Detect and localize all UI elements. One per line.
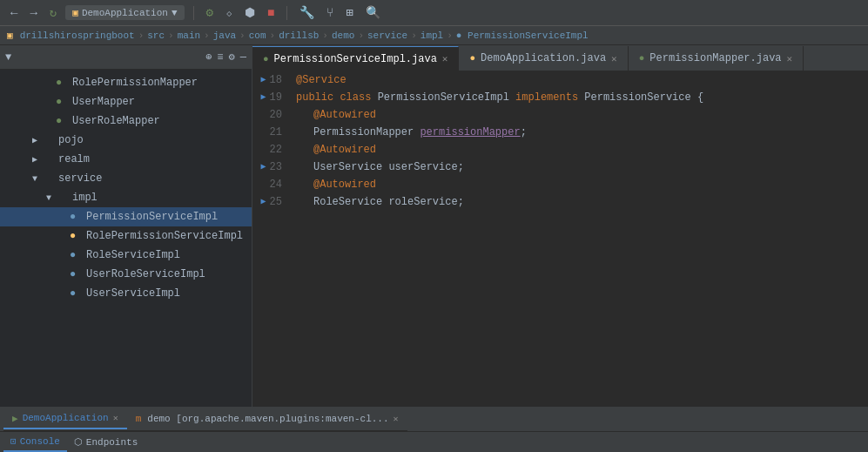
breadcrumb-service[interactable]: service xyxy=(367,30,407,41)
sidebar-item-roleserviceimpl[interactable]: ● RoleServiceImpl xyxy=(0,246,252,265)
sidebar-settings-button[interactable]: ⚙ xyxy=(229,51,235,64)
tab-permissionserviceimpl[interactable]: ● PermissionServiceImpl.java ✕ xyxy=(252,46,459,71)
breadcrumb-drillsb[interactable]: drillsb xyxy=(279,30,319,41)
tree-item-label: RolePermissionServiceImpl xyxy=(86,230,243,242)
tree-item-label: impl xyxy=(72,192,98,204)
run-tab-close[interactable]: ✕ xyxy=(113,413,118,423)
sidebar-collapse-button[interactable]: — xyxy=(240,51,246,64)
bottom-panel: ▶ DemoApplication ✕ m demo [org.apache.m… xyxy=(0,407,868,452)
sidebar-add-button[interactable]: ⊕ xyxy=(205,51,212,64)
class-icon: ● xyxy=(56,115,70,127)
tree-item-label: UserMapper xyxy=(72,96,135,108)
code-content[interactable]: @Service public class PermissionServiceI… xyxy=(289,71,868,407)
tab-close-button[interactable]: ✕ xyxy=(611,53,617,64)
sidebar-item-userroleserviceimpl[interactable]: ● UserRoleServiceImpl xyxy=(0,265,252,284)
sidebar-item-usermapper[interactable]: ● UserMapper xyxy=(0,92,252,111)
sidebar-item-pojo[interactable]: ▶ pojo xyxy=(0,131,252,150)
tree-item-label: UserRoleServiceImpl xyxy=(86,268,205,280)
tab-close-button[interactable]: ✕ xyxy=(442,53,448,64)
line-num-22: 22 xyxy=(252,141,282,159)
breadcrumb-project[interactable]: drillshirospringboot xyxy=(20,30,135,41)
vcs-button[interactable]: ⑂ xyxy=(323,4,337,22)
code-line-25: RoleService roleService ; xyxy=(296,193,861,211)
tab-icon: ● xyxy=(263,54,269,64)
sidebar-item-realm[interactable]: ▶ realm xyxy=(0,150,252,169)
run-icon: ▶ xyxy=(12,413,18,424)
code-line-23: UserService userService ; xyxy=(296,159,861,176)
sidebar-item-userrolemapper[interactable]: ● UserRoleMapper xyxy=(0,111,252,131)
project-name-label: DemoApplication xyxy=(82,8,168,18)
console-icon: ⊡ xyxy=(10,435,17,447)
run-tab-maven[interactable]: m demo [org.apache.maven.plugins:maven-c… xyxy=(127,408,407,429)
sidebar-item-userserviceimpl[interactable]: ● UserServiceImpl xyxy=(0,284,252,303)
build-button[interactable]: ⚙ xyxy=(203,3,217,22)
breadcrumb-main[interactable]: main xyxy=(178,30,200,41)
sidebar-equals-button[interactable]: ≡ xyxy=(217,51,223,64)
tab-icon: ● xyxy=(469,53,475,64)
line-num-23: ▶ 23 xyxy=(252,159,282,176)
sidebar-toolbar: ▼ ⊕ ≡ ⚙ — xyxy=(0,45,252,70)
panel-sub-tabs: ⊡ Console ⬡ Endpoints xyxy=(0,432,868,452)
breadcrumb-class[interactable]: ● PermissionServiceImpl xyxy=(456,30,589,41)
forward-button[interactable]: → xyxy=(26,4,40,22)
stop-button[interactable]: ■ xyxy=(264,4,278,22)
editor-area: ● PermissionServiceImpl.java ✕ ● DemoApp… xyxy=(252,45,868,407)
run-tab-label: DemoApplication xyxy=(23,413,109,423)
tree-item-label: RolePermissionMapper xyxy=(72,77,198,89)
sync-button[interactable]: ⬦ xyxy=(222,4,236,22)
layout-button[interactable]: ⊞ xyxy=(342,3,356,22)
main-layout: ▼ ⊕ ≡ ⚙ — ● RolePermissionMapper ● xyxy=(0,45,868,407)
line-numbers: ▶ 18 ▶ 19 20 21 22 ▶ 23 24 ▶ 25 xyxy=(252,71,289,407)
breadcrumb-com[interactable]: com xyxy=(249,30,266,41)
tree-item-label: RoleServiceImpl xyxy=(86,249,180,261)
sidebar-item-rolepermissionmapper[interactable]: ● RolePermissionMapper xyxy=(0,73,252,92)
sidebar-item-rolepermissionserviceimpl[interactable]: ● RolePermissionServiceImpl xyxy=(0,226,252,246)
sidebar: ▼ ⊕ ≡ ⚙ — ● RolePermissionMapper ● xyxy=(0,45,252,407)
tree-arrow-collapsed: ▶ xyxy=(28,135,42,145)
tree-item-label: service xyxy=(58,172,102,185)
breadcrumb-java[interactable]: java xyxy=(213,30,236,41)
class-icon: ● xyxy=(70,211,84,223)
run-tab-demoapplication[interactable]: ▶ DemoApplication ✕ xyxy=(3,408,127,429)
breakpoint-arrow: ▶ xyxy=(261,159,266,176)
sub-tab-endpoints[interactable]: ⬡ Endpoints xyxy=(67,433,145,452)
search-button[interactable]: 🔍 xyxy=(362,3,384,22)
code-line-18: @Service xyxy=(296,71,861,89)
tab-close-button[interactable]: ✕ xyxy=(787,53,793,64)
breadcrumb: ▣ drillshirospringboot › src › main › ja… xyxy=(0,26,868,45)
class-icon: ● xyxy=(70,287,84,300)
breadcrumb-demo[interactable]: demo xyxy=(332,30,354,41)
sidebar-item-impl[interactable]: ▼ impl xyxy=(0,188,252,207)
code-line-22: @Autowired xyxy=(296,141,861,159)
top-toolbar: ← → ↻ ▣ DemoApplication ▼ ⚙ ⬦ ⬢ ■ 🔧 ⑂ ⊞ … xyxy=(0,0,868,26)
tree-item-label: PermissionServiceImpl xyxy=(86,211,218,223)
class-icon: ● xyxy=(56,96,70,108)
breakpoint-arrow: ▶ xyxy=(261,71,266,89)
run-tab-close[interactable]: ✕ xyxy=(394,414,399,424)
class-icon: ● xyxy=(70,230,84,242)
breadcrumb-src[interactable]: src xyxy=(147,30,165,41)
run-configs-button[interactable]: ⬢ xyxy=(241,3,259,22)
editor-tabs: ● PermissionServiceImpl.java ✕ ● DemoApp… xyxy=(252,45,868,71)
tree-arrow-collapsed: ▶ xyxy=(28,154,42,165)
line-num-24: 24 xyxy=(252,176,282,193)
back-button[interactable]: ← xyxy=(7,4,21,22)
breadcrumb-impl[interactable]: impl xyxy=(421,30,443,41)
sidebar-dropdown[interactable]: ▼ xyxy=(5,51,11,64)
sidebar-item-permissionserviceimpl[interactable]: ● PermissionServiceImpl xyxy=(0,207,252,226)
sidebar-item-service[interactable]: ▼ service xyxy=(0,169,252,188)
sub-tab-console[interactable]: ⊡ Console xyxy=(3,433,67,452)
refresh-button[interactable]: ↻ xyxy=(46,3,60,22)
breakpoint-arrow: ▶ xyxy=(261,193,266,211)
tools-button[interactable]: 🔧 xyxy=(296,3,318,22)
class-icon: ● xyxy=(70,249,84,261)
tab-label: PermissionServiceImpl.java xyxy=(274,53,437,65)
tree-item-label: realm xyxy=(58,153,90,165)
code-editor[interactable]: ▶ 18 ▶ 19 20 21 22 ▶ 23 24 ▶ 25 xyxy=(252,71,868,407)
code-line-20: @Autowired xyxy=(296,106,861,124)
project-selector[interactable]: ▣ DemoApplication ▼ xyxy=(65,5,184,20)
run-tab-label: demo [org.apache.maven.plugins:maven-cl.… xyxy=(147,414,388,424)
line-num-19: ▶ 19 xyxy=(252,89,282,106)
tab-permissionmapper[interactable]: ● PermissionMapper.java ✕ xyxy=(629,46,804,71)
tab-demoapplication[interactable]: ● DemoApplication.java ✕ xyxy=(459,46,628,71)
